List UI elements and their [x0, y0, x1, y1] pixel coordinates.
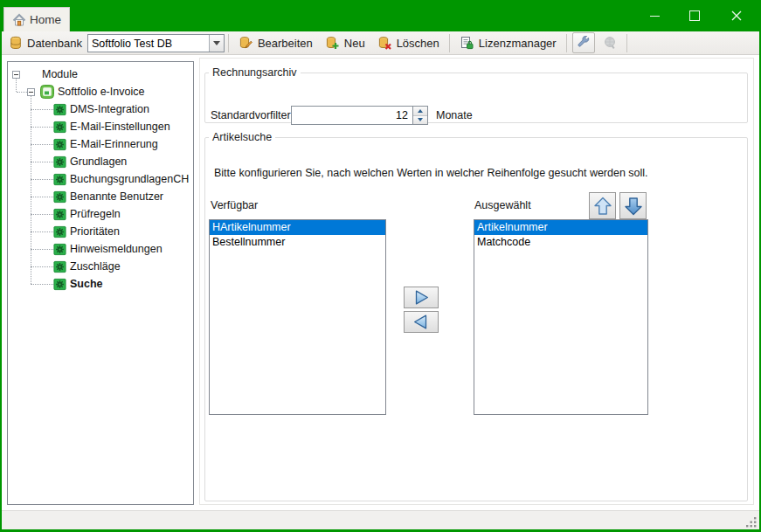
list-item[interactable]: Artikelnummer — [474, 220, 647, 235]
tree-item-label: DMS-Integration — [70, 103, 149, 115]
tools-icon — [577, 36, 591, 50]
spinner-down-icon — [418, 118, 423, 121]
tree-item-label: Prioritäten — [70, 225, 120, 238]
tree-item[interactable]: Prüfregeln — [8, 205, 193, 223]
tree-item-label: Grundlagen — [70, 155, 127, 168]
tree-item[interactable]: Suche — [8, 275, 193, 293]
database-combobox-value: Softfolio Test DB — [88, 35, 209, 52]
module-gear-icon — [53, 190, 66, 204]
module-gear-icon — [53, 208, 66, 221]
invoice-archive-group: Rechnungsarchiv Standardvorfilter Monate — [204, 66, 748, 123]
module-tree: Module Softfolio e-Invoice DMS-Integrati… — [7, 61, 194, 505]
module-gear-icon — [53, 173, 66, 186]
tree-item[interactable]: BuchungsgrundlagenCH — [8, 170, 193, 188]
module-gear-icon — [53, 278, 66, 291]
titlebar: Home — [0, 0, 761, 31]
einvoice-icon — [40, 85, 54, 99]
move-left-button[interactable] — [404, 311, 439, 333]
close-button[interactable] — [715, 0, 758, 31]
expand-minus-icon[interactable] — [12, 71, 20, 79]
instruction-text: Bitte konfigurieren Sie, nach welchen We… — [214, 167, 648, 179]
prefilter-label: Standardvorfilter — [211, 109, 291, 121]
tree-item[interactable]: E-Mail-Erinnerung — [8, 135, 193, 153]
database-combobox[interactable]: Softfolio Test DB — [87, 34, 225, 52]
tree-item-softfolio-e-invoice[interactable]: Softfolio e-Invoice — [8, 83, 193, 100]
maximize-icon — [689, 10, 700, 21]
new-button-label: Neu — [344, 37, 365, 50]
months-label: Monate — [436, 109, 473, 121]
tree-item[interactable]: Benannte Benutzer — [8, 188, 193, 205]
toolbar-separator — [626, 34, 627, 52]
spinner-up-button[interactable] — [413, 107, 427, 115]
toolbar-separator — [449, 34, 450, 52]
prefilter-spin-buttons — [413, 106, 428, 125]
maximize-button[interactable] — [675, 0, 715, 31]
tree-item-label: E-Mail-Erinnerung — [70, 138, 158, 150]
list-item[interactable]: Matchcode — [474, 235, 647, 250]
module-gear-icon — [53, 260, 66, 273]
module-gear-icon — [53, 103, 66, 116]
database-edit-icon — [239, 36, 253, 50]
database-combobox-dropdown-button[interactable] — [209, 35, 224, 52]
arrow-left-icon — [412, 314, 431, 330]
tab-home-label: Home — [30, 13, 61, 26]
database-icon — [9, 36, 23, 50]
spinner-down-button[interactable] — [413, 115, 427, 125]
tree-item[interactable]: Hinweismeldungen — [8, 240, 193, 258]
module-gear-icon — [53, 121, 66, 134]
toolbar-separator — [228, 34, 229, 52]
license-manager-button[interactable]: Lizenzmanager — [453, 34, 563, 52]
move-right-button[interactable] — [404, 287, 439, 308]
toolbar-separator — [566, 34, 567, 52]
tree-connector — [31, 179, 53, 180]
article-search-legend: Artikelsuche — [209, 131, 275, 143]
prefilter-input[interactable] — [291, 106, 413, 125]
invoice-archive-legend: Rechnungsarchiv — [209, 66, 301, 79]
statusbar — [2, 510, 759, 529]
available-listbox[interactable]: HArtikelnummerBestellnummer — [209, 219, 386, 415]
move-down-button[interactable] — [619, 192, 647, 219]
tools-button[interactable] — [572, 32, 595, 53]
minimize-button[interactable] — [634, 0, 675, 31]
close-icon — [731, 10, 742, 21]
tree-item[interactable]: Zuschläge — [8, 258, 193, 275]
globe-button[interactable] — [598, 32, 621, 53]
tree-item[interactable]: Grundlagen — [8, 153, 193, 170]
expand-minus-icon[interactable] — [27, 88, 35, 96]
tree-item-module[interactable]: Module — [8, 66, 193, 83]
module-gear-icon — [53, 155, 66, 169]
database-delete-icon — [377, 36, 391, 50]
tree-item[interactable]: E-Mail-Einstellungen — [8, 118, 193, 135]
tree-connector — [31, 162, 53, 162]
spinner-up-icon — [418, 109, 423, 113]
tree-item[interactable]: DMS-Integration — [8, 100, 193, 118]
tree-item-label: Prüfregeln — [70, 208, 121, 220]
tree-item[interactable]: Prioritäten — [8, 223, 193, 240]
app-window: Home Datenbank Softfolio Test DB Bearbei… — [0, 0, 761, 532]
chosen-listbox[interactable]: ArtikelnummerMatchcode — [474, 219, 648, 415]
tree-connector — [31, 231, 53, 232]
available-label: Verfügbar — [211, 199, 258, 211]
license-icon — [460, 36, 474, 50]
minimize-icon — [650, 16, 660, 17]
delete-button[interactable]: Löschen — [371, 34, 446, 52]
new-button[interactable]: Neu — [319, 34, 371, 52]
license-manager-button-label: Lizenzmanager — [479, 37, 557, 50]
globe-icon — [603, 36, 617, 50]
resize-grip-icon[interactable] — [746, 517, 757, 528]
arrow-down-icon — [623, 196, 644, 217]
tab-home[interactable]: Home — [3, 7, 70, 31]
tree-connector — [31, 109, 53, 110]
tree-item-label: Softfolio e-Invoice — [58, 86, 144, 98]
edit-button[interactable]: Bearbeiten — [232, 34, 319, 52]
list-item[interactable]: HArtikelnummer — [210, 220, 385, 235]
tree-connector — [31, 284, 53, 285]
tree-connector — [31, 249, 53, 250]
move-up-button[interactable] — [589, 192, 616, 219]
tree-connector — [31, 144, 53, 145]
arrow-up-icon — [592, 196, 613, 217]
filter-row: Standardvorfilter Monate — [211, 106, 473, 125]
combo-dropdown-icon — [213, 41, 220, 45]
list-item[interactable]: Bestellnummer — [210, 235, 385, 250]
database-label: Datenbank — [27, 37, 82, 50]
